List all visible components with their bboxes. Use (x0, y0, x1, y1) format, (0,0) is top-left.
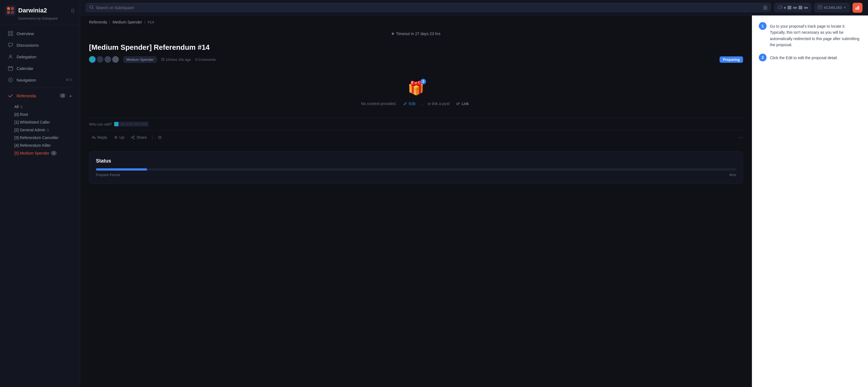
step-1: 1 Go to your proposal's track page to lo… (759, 22, 861, 48)
tooltip-badge: 2 (421, 79, 426, 84)
comments-count[interactable]: 0 Comments (195, 58, 216, 62)
svg-rect-6 (11, 31, 13, 33)
referenda-count: 3 (60, 93, 65, 98)
sidebar-item-calendar[interactable]: Calendar (2, 63, 78, 74)
calendar-icon (8, 66, 13, 71)
subnav-general-admin-count: 1 (47, 128, 49, 132)
chart-button[interactable] (852, 3, 863, 13)
svg-rect-3 (7, 11, 10, 14)
breadcrumb: Referenda / Medium Spender / #14 (80, 15, 752, 29)
sidebar-item-referenda[interactable]: Referenda 3 ▲ (2, 90, 78, 101)
svg-rect-5 (8, 31, 10, 33)
link-button[interactable]: Link (454, 100, 471, 107)
or-link-text: or link a post (428, 101, 450, 106)
sidebar-item-referenda-label: Referenda (17, 93, 56, 98)
step-2-number: 2 (759, 54, 767, 61)
share-button[interactable]: Share (128, 133, 150, 141)
subnav-referendum-canceller-label: [3] Referendum Canceller (14, 135, 59, 140)
delegation-icon (8, 54, 13, 59)
breadcrumb-sep1: / (109, 20, 110, 24)
sidebar-item-overview[interactable]: Overview (2, 28, 78, 39)
timeout-dot (392, 33, 394, 35)
svg-point-15 (780, 7, 781, 8)
time-ago: 10mins 16s ago (161, 58, 191, 62)
edit-button[interactable]: Edit (401, 100, 418, 107)
reward-button[interactable] (155, 134, 164, 141)
subnav-whitelisted[interactable]: [1] Whitelisted Caller (0, 118, 80, 126)
subnav-referendum-canceller[interactable]: [3] Referendum Canceller (0, 134, 80, 141)
proposal-title: [Medium Spender] Referendum #14 (89, 43, 743, 52)
svg-rect-14 (778, 6, 782, 8)
block-number[interactable]: #2,549,163 ▼ (814, 3, 850, 12)
sidebar-item-navigation[interactable]: Navigation ⌘ K (2, 74, 78, 86)
action-bar: Reply Up Share | ··· (89, 130, 743, 144)
avatar-1 (89, 56, 96, 63)
subnav-all[interactable]: All 3 (0, 103, 80, 110)
who-can-edit-label: Who can edit? (89, 122, 112, 126)
search-kbd: / (763, 5, 767, 10)
sidebar-toggle[interactable]: ⟨⟩ (71, 8, 74, 13)
track-tag: Medium Spender (123, 56, 157, 63)
subnav-medium-spender-label: [5] Medium Spender (14, 151, 49, 155)
subnav-general-admin-label: [2] General Admin (14, 128, 45, 132)
status-section: Status Prepare Period 4hrs (89, 151, 743, 184)
sidebar-item-discussions-label: Discussions (17, 43, 72, 47)
overview-icon (8, 31, 13, 36)
proposal-area: Timeout in 27 days 23 hrs [Medium Spende… (80, 29, 752, 193)
search-input[interactable] (96, 5, 761, 10)
svg-rect-19 (858, 6, 859, 10)
svg-rect-8 (11, 34, 13, 36)
sidebar-item-discussions[interactable]: Discussions (2, 39, 78, 51)
main-content: Referenda / Medium Spender / #14 Timeout… (80, 15, 752, 387)
timeout-banner: Timeout in 27 days 23 hrs (89, 29, 743, 39)
timeout-text: Timeout in 27 days 23 hrs (396, 32, 441, 36)
referenda-arrow: ▲ (69, 94, 72, 98)
subnav-root[interactable]: [0] Root (0, 110, 80, 118)
sidebar-item-delegation[interactable]: Delegation (2, 51, 78, 62)
brand-subtitle: Governance by Subsquare (18, 17, 74, 21)
logo-icon (5, 5, 16, 15)
wallet-connect-button[interactable]: ■ ██ ■■ ██ ■■ (774, 3, 811, 12)
step-2: 2 Click the Edit to edit the proposal de… (759, 54, 861, 61)
who-edit-address: ·· ··· ·· ··· (119, 122, 149, 127)
brand-name: Darwinia2 (18, 7, 47, 14)
svg-rect-2 (11, 7, 14, 10)
step-2-text: Click the Edit to edit the proposal deta… (770, 54, 838, 61)
subnav-root-label: [0] Root (14, 112, 28, 117)
referenda-icon (8, 93, 13, 98)
subnav-all-label: All (14, 104, 19, 109)
brand-logo: Darwinia2 ⟨⟩ (5, 5, 74, 15)
sidebar-brand: Darwinia2 ⟨⟩ Governance by Subsquare (0, 0, 80, 25)
block-icon (818, 5, 822, 10)
sidebar-item-navigation-label: Navigation (17, 78, 62, 83)
avatar-group: ·· (89, 56, 119, 63)
subnav-general-admin[interactable]: [2] General Admin 1 (0, 126, 80, 134)
avatar-3 (104, 56, 111, 63)
or-label: , (422, 101, 423, 106)
more-options-button[interactable]: ··· (739, 135, 743, 140)
reply-button[interactable]: Reply (89, 133, 110, 141)
breadcrumb-medium-spender[interactable]: Medium Spender (113, 20, 142, 24)
svg-point-22 (133, 138, 134, 139)
status-badge: Preparing (719, 56, 743, 63)
content: Referenda / Medium Spender / #14 Timeout… (80, 15, 868, 387)
subnav-referendum-killer[interactable]: [4] Referendum Killer (0, 141, 80, 149)
subnav-medium-spender[interactable]: [5] Medium Spender 2 (0, 149, 80, 157)
breadcrumb-current: #14 (148, 20, 154, 24)
breadcrumb-referenda[interactable]: Referenda (89, 20, 107, 24)
svg-rect-7 (8, 34, 10, 36)
wallet-icon (778, 5, 782, 10)
up-button[interactable]: Up (111, 133, 127, 141)
status-labels: Prepare Period 4hrs (96, 173, 736, 177)
action-separator: | (152, 135, 153, 140)
search-bar[interactable]: / (86, 3, 771, 12)
block-number-value: #2,549,163 (824, 5, 842, 10)
no-context-area: 🎁 2 No context provided. Edit , or link … (89, 69, 743, 118)
sidebar-item-overview-label: Overview (17, 31, 72, 36)
svg-point-23 (131, 137, 132, 138)
main: / ■ ██ ■■ ██ ■■ #2,549,163 ▼ (80, 0, 868, 387)
no-context-actions: No context provided. Edit , or link a po… (361, 100, 471, 107)
svg-rect-0 (5, 5, 16, 15)
navigation-shortcut: ⌘ K (66, 78, 72, 82)
subnav-all-count: 3 (21, 105, 22, 109)
